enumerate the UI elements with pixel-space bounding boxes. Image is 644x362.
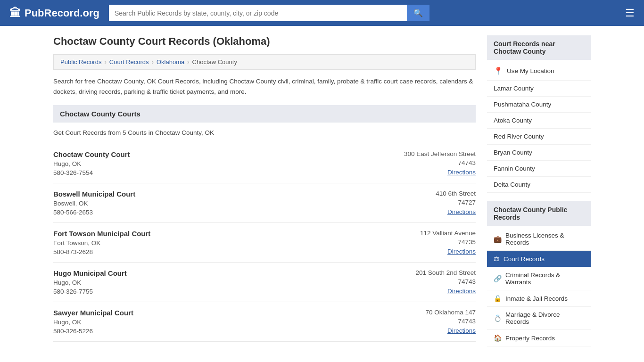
court-entry: Fort Towson Municipal Court Fort Towson,… bbox=[53, 223, 476, 263]
site-logo[interactable]: 🏛 PubRecord.org bbox=[9, 7, 99, 20]
court-phone: 580-326-5226 bbox=[53, 328, 363, 335]
courts-count: Get Court Records from 5 Courts in Choct… bbox=[53, 129, 476, 136]
record-type-icon: 💍 bbox=[494, 314, 502, 322]
court-zip: 74727 bbox=[372, 199, 476, 206]
court-city: Hugo, OK bbox=[53, 160, 363, 167]
court-name: Sawyer Municipal Court bbox=[53, 309, 363, 317]
court-street: 70 Oklahoma 147 bbox=[372, 309, 476, 316]
court-city: Fort Towson, OK bbox=[53, 239, 363, 247]
nearby-county-link[interactable]: Red River County bbox=[487, 129, 591, 145]
breadcrumb: Public Records › Court Records › Oklahom… bbox=[53, 54, 476, 70]
menu-button[interactable]: ☰ bbox=[625, 7, 635, 19]
nearby-counties-list: Lamar CountyPushmataha CountyAtoka Count… bbox=[487, 81, 591, 193]
directions-link[interactable]: Directions bbox=[447, 248, 476, 255]
nearby-section-title: Court Records near Choctaw County bbox=[487, 35, 591, 60]
breadcrumb-current: Choctaw County bbox=[192, 58, 237, 66]
sidebar: Court Records near Choctaw County 📍 Use … bbox=[487, 35, 591, 355]
record-type-icon: 💼 bbox=[494, 235, 502, 243]
public-record-item[interactable]: 💍 Marriage & Divorce Records bbox=[487, 307, 591, 330]
court-entry: Choctaw County Court Hugo, OK 580-326-75… bbox=[53, 144, 476, 183]
court-name: Fort Towson Municipal Court bbox=[53, 230, 363, 238]
court-street: 112 Valliant Avenue bbox=[372, 230, 476, 237]
public-record-item[interactable]: 🔗 Criminal Records & Warrants bbox=[487, 267, 591, 290]
court-info: Hugo Municipal Court Hugo, OK 580-326-77… bbox=[53, 269, 363, 295]
directions-link[interactable]: Directions bbox=[447, 208, 476, 215]
court-city: Boswell, OK bbox=[53, 200, 363, 207]
court-info: Fort Towson Municipal Court Fort Towson,… bbox=[53, 230, 363, 255]
location-icon: 📍 bbox=[494, 66, 503, 75]
page-description: Search for free Choctaw County, OK Court… bbox=[53, 76, 476, 97]
public-records-section: Choctaw County Public Records 💼 Business… bbox=[487, 201, 591, 346]
court-address: 70 Oklahoma 147 74743 Directions bbox=[372, 309, 476, 335]
courts-section-header: Choctaw County Courts bbox=[53, 105, 476, 123]
directions-link[interactable]: Directions bbox=[447, 169, 476, 176]
court-phone: 580-326-7755 bbox=[53, 288, 363, 295]
record-type-label: Court Records bbox=[504, 255, 545, 263]
court-entry: Sawyer Municipal Court Hugo, OK 580-326-… bbox=[53, 302, 476, 342]
breadcrumb-sep-2: › bbox=[152, 58, 154, 66]
court-address: 410 6th Street 74727 Directions bbox=[372, 190, 476, 216]
page-title: Choctaw County Court Records (Oklahoma) bbox=[53, 35, 476, 48]
search-button[interactable]: 🔍 bbox=[407, 5, 429, 21]
record-type-icon: 🔒 bbox=[494, 295, 502, 302]
court-city: Hugo, OK bbox=[53, 279, 363, 286]
record-type-label: Criminal Records & Warrants bbox=[505, 272, 584, 286]
nearby-section: Court Records near Choctaw County 📍 Use … bbox=[487, 35, 591, 193]
breadcrumb-oklahoma[interactable]: Oklahoma bbox=[157, 58, 184, 66]
court-street: 300 East Jefferson Street bbox=[372, 150, 476, 157]
nearby-county-link[interactable]: Bryan County bbox=[487, 145, 591, 161]
court-name: Boswell Municipal Court bbox=[53, 190, 363, 198]
court-street: 201 South 2nd Street bbox=[372, 269, 476, 276]
search-input[interactable] bbox=[109, 5, 407, 21]
court-address: 112 Valliant Avenue 74735 Directions bbox=[372, 230, 476, 255]
logo-icon: 🏛 bbox=[9, 7, 21, 20]
use-location-label: Use My Location bbox=[507, 67, 554, 74]
record-type-label: Business Licenses & Records bbox=[505, 232, 584, 246]
nearby-county-link[interactable]: Pushmataha County bbox=[487, 97, 591, 113]
search-icon: 🔍 bbox=[413, 9, 423, 17]
nearby-county-link[interactable]: Lamar County bbox=[487, 81, 591, 97]
hamburger-icon: ☰ bbox=[625, 7, 635, 19]
record-type-label: Marriage & Divorce Records bbox=[505, 311, 584, 325]
header: 🏛 PubRecord.org 🔍 ☰ bbox=[0, 0, 644, 26]
directions-link[interactable]: Directions bbox=[447, 288, 476, 295]
court-phone: 580-873-2628 bbox=[53, 248, 363, 255]
court-street: 410 6th Street bbox=[372, 190, 476, 197]
court-phone: 580-566-2653 bbox=[53, 209, 363, 216]
court-entry: Hugo Municipal Court Hugo, OK 580-326-77… bbox=[53, 263, 476, 302]
court-name: Hugo Municipal Court bbox=[53, 269, 363, 277]
court-info: Boswell Municipal Court Boswell, OK 580-… bbox=[53, 190, 363, 216]
search-container: 🔍 bbox=[109, 5, 429, 21]
court-zip: 74743 bbox=[372, 159, 476, 166]
breadcrumb-sep-3: › bbox=[187, 58, 189, 66]
court-zip: 74735 bbox=[372, 239, 476, 246]
court-city: Hugo, OK bbox=[53, 319, 363, 326]
nearby-county-link[interactable]: Delta County bbox=[487, 177, 591, 193]
use-my-location[interactable]: 📍 Use My Location bbox=[487, 62, 591, 81]
public-record-item[interactable]: 🏠 Property Records bbox=[487, 330, 591, 346]
nearby-county-link[interactable]: Fannin County bbox=[487, 161, 591, 177]
breadcrumb-public-records[interactable]: Public Records bbox=[60, 58, 101, 66]
record-type-label: Inmate & Jail Records bbox=[505, 295, 568, 302]
main-container: Choctaw County Court Records (Oklahoma) … bbox=[44, 26, 600, 362]
directions-link[interactable]: Directions bbox=[447, 327, 476, 334]
breadcrumb-sep-1: › bbox=[104, 58, 106, 66]
courts-list: Choctaw County Court Hugo, OK 580-326-75… bbox=[53, 144, 476, 342]
court-address: 201 South 2nd Street 74743 Directions bbox=[372, 269, 476, 295]
public-record-item[interactable]: ⚖ Court Records bbox=[487, 251, 591, 267]
court-address: 300 East Jefferson Street 74743 Directio… bbox=[372, 150, 476, 176]
court-zip: 74743 bbox=[372, 278, 476, 285]
record-type-label: Property Records bbox=[505, 335, 555, 342]
public-record-item[interactable]: 💼 Business Licenses & Records bbox=[487, 228, 591, 251]
court-entry: Boswell Municipal Court Boswell, OK 580-… bbox=[53, 183, 476, 223]
court-info: Choctaw County Court Hugo, OK 580-326-75… bbox=[53, 150, 363, 176]
content-area: Choctaw County Court Records (Oklahoma) … bbox=[53, 35, 476, 355]
court-name: Choctaw County Court bbox=[53, 150, 363, 158]
breadcrumb-court-records[interactable]: Court Records bbox=[109, 58, 149, 66]
nearby-county-link[interactable]: Atoka County bbox=[487, 113, 591, 129]
record-type-icon: ⚖ bbox=[494, 255, 500, 263]
public-record-item[interactable]: 🔒 Inmate & Jail Records bbox=[487, 290, 591, 307]
court-info: Sawyer Municipal Court Hugo, OK 580-326-… bbox=[53, 309, 363, 335]
court-zip: 74743 bbox=[372, 318, 476, 325]
record-type-icon: 🏠 bbox=[494, 334, 502, 342]
